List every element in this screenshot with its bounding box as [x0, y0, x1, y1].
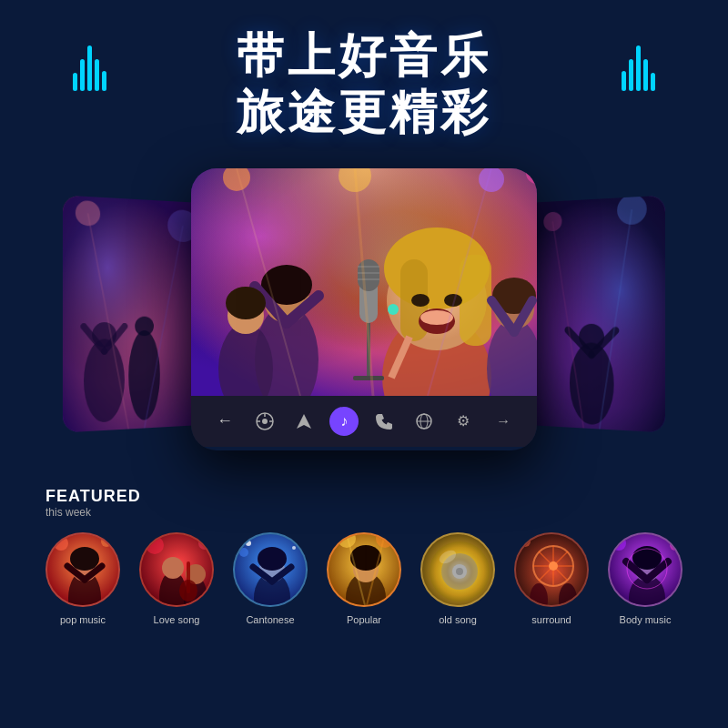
music-item-body[interactable]: Body music	[608, 532, 682, 625]
wave-bar	[643, 59, 648, 91]
svg-point-98	[239, 548, 248, 557]
music-item-love[interactable]: Love song	[139, 532, 214, 625]
svg-point-82	[162, 557, 184, 579]
music-item-label-surround: surround	[531, 614, 571, 625]
featured-subtitle: this week	[46, 506, 682, 519]
music-item-oldsong[interactable]: old song	[420, 532, 495, 625]
svg-point-122	[520, 536, 531, 547]
svg-point-79	[101, 536, 112, 547]
nav-forward-button[interactable]: →	[489, 407, 518, 436]
music-item-surround[interactable]: surround	[514, 532, 589, 625]
svg-rect-50	[353, 376, 384, 380]
svg-marker-68	[297, 414, 311, 429]
phone-mockup-area: ← ♪ ⚙ →	[55, 159, 673, 469]
nav-back-button[interactable]: ←	[210, 407, 239, 436]
music-item-label-body: Body music	[620, 614, 672, 625]
svg-point-123	[576, 536, 587, 547]
header: 带上好音乐 旅途更精彩	[0, 0, 728, 141]
svg-point-92	[258, 547, 287, 571]
svg-rect-37	[460, 255, 491, 346]
featured-section: FEATURED this week pop music	[0, 469, 728, 625]
svg-point-131	[612, 536, 626, 551]
sound-wave-right	[622, 46, 655, 91]
music-item-label-popular: Popular	[347, 614, 381, 625]
music-thumb-popular	[327, 532, 401, 607]
wave-bar	[87, 46, 92, 91]
svg-point-132	[670, 540, 681, 551]
music-thumb-love	[139, 532, 214, 607]
music-item-cantonese[interactable]: Cantonese	[233, 532, 308, 625]
nav-settings-icon[interactable]: ⚙	[449, 407, 478, 436]
phone-center: ← ♪ ⚙ →	[191, 168, 537, 450]
wave-bar	[636, 46, 641, 91]
phone-screen-image	[191, 168, 537, 396]
phone-navbar: ← ♪ ⚙ →	[191, 396, 537, 447]
featured-title: FEATURED	[46, 487, 682, 506]
nav-navigation-icon[interactable]	[289, 407, 318, 436]
svg-point-40	[411, 294, 430, 307]
wave-bar	[80, 59, 85, 91]
music-item-label-cantonese: Cantonese	[246, 614, 294, 625]
wave-bar	[622, 71, 626, 91]
featured-label: FEATURED this week	[46, 487, 682, 519]
svg-point-32	[226, 287, 266, 319]
wave-bar	[651, 73, 655, 91]
svg-point-88	[198, 537, 211, 550]
music-thumb-canto	[233, 532, 308, 607]
music-thumb-surround	[514, 532, 589, 607]
page-title: 带上好音乐 旅途更精彩	[0, 27, 728, 141]
nav-music-icon[interactable]: ♪	[329, 407, 359, 436]
phone-right	[522, 195, 665, 432]
svg-point-119	[549, 561, 558, 571]
music-item-label-love: Love song	[154, 614, 200, 625]
music-thumb-pop	[46, 532, 120, 607]
svg-point-96	[292, 546, 296, 550]
svg-point-64	[262, 419, 268, 424]
svg-point-95	[246, 541, 251, 546]
music-grid: pop music Love song	[46, 532, 682, 625]
svg-point-97	[295, 535, 302, 542]
music-thumb-oldsong	[420, 532, 495, 607]
music-item-label-pop: pop music	[60, 614, 106, 625]
music-thumb-body	[608, 532, 682, 607]
svg-point-86	[179, 580, 197, 602]
svg-point-87	[146, 536, 164, 554]
svg-point-78	[54, 536, 68, 551]
wave-bar	[73, 73, 77, 91]
svg-point-111	[456, 568, 463, 575]
svg-point-75	[70, 547, 99, 571]
nav-globe-icon[interactable]	[410, 407, 439, 436]
svg-rect-45	[358, 259, 379, 291]
svg-point-42	[388, 304, 399, 315]
music-item-popular[interactable]: Popular	[327, 532, 401, 625]
music-item-label-oldsong: old song	[439, 614, 477, 625]
music-item-pop[interactable]: pop music	[46, 532, 120, 625]
wave-bar	[629, 59, 633, 91]
wave-bar	[102, 71, 106, 91]
nav-phone-icon[interactable]	[369, 407, 399, 436]
sound-wave-left	[73, 46, 106, 91]
nav-steering-icon[interactable]	[250, 407, 279, 436]
wave-bar	[95, 59, 99, 91]
phone-left	[63, 195, 206, 432]
